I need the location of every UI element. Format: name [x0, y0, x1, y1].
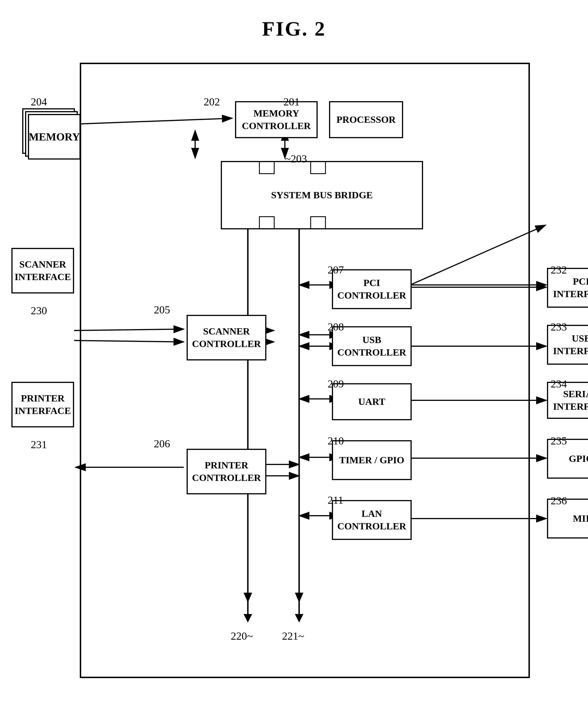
printer-interface-label: PRINTERINTERFACE: [15, 392, 71, 417]
label-233: 233: [551, 320, 567, 333]
scanner-controller-block: SCANNERCONTROLLER: [187, 315, 266, 360]
scanner-interface-label: SCANNERINTERFACE: [15, 258, 71, 283]
printer-controller-label: PRINTERCONTROLLER: [192, 459, 261, 484]
pci-interface-label: PCIINTERFACE: [553, 275, 588, 300]
label-205: 205: [154, 303, 170, 316]
processor-label: PROCESSOR: [336, 113, 396, 126]
pci-controller-block: PCICONTROLLER: [332, 269, 412, 309]
label-202: 202: [204, 96, 220, 108]
label-231: 231: [31, 438, 47, 451]
label-232: 232: [551, 263, 567, 276]
uart-block: UART: [332, 383, 412, 420]
timer-gpio-block: TIMER / GPIO: [332, 440, 412, 480]
label-230: 230: [31, 304, 47, 317]
label-206: 206: [154, 437, 170, 450]
usb-controller-label: USBCONTROLLER: [337, 334, 406, 359]
system-bus-bridge-label: SYSTEM BUS BRIDGE: [271, 189, 373, 202]
label-203: ~203: [285, 152, 307, 165]
scanner-controller-label: SCANNERCONTROLLER: [192, 325, 261, 350]
label-208: 208: [328, 320, 344, 333]
gpio-label: GPIO: [569, 452, 588, 465]
label-204: 204: [31, 96, 47, 108]
label-234: 234: [551, 378, 567, 390]
system-bus-bridge-block: SYSTEM BUS BRIDGE: [221, 161, 423, 229]
mii-label: MII: [573, 512, 588, 525]
label-207: 207: [328, 263, 344, 276]
figure-title: FIG. 2: [262, 17, 326, 41]
label-236: 236: [551, 494, 567, 507]
label-221: 221~: [282, 630, 304, 642]
label-209: 209: [328, 378, 344, 390]
uart-label: UART: [358, 396, 385, 408]
bridge-port-bl: [259, 216, 275, 229]
memory-ext-stack: MEMORY: [22, 108, 79, 157]
timer-gpio-label: TIMER / GPIO: [339, 454, 404, 466]
memory-controller-block: MEMORYCONTROLLER: [235, 101, 318, 138]
memory-controller-label: MEMORYCONTROLLER: [242, 107, 311, 132]
memory-label: MEMORY: [28, 114, 81, 160]
processor-block: PROCESSOR: [329, 101, 403, 138]
bridge-port-br: [310, 216, 326, 229]
printer-interface-block: PRINTERINTERFACE: [12, 382, 74, 427]
pci-controller-label: PCICONTROLLER: [337, 277, 406, 302]
bridge-port-tr: [310, 161, 326, 174]
printer-controller-block: PRINTERCONTROLLER: [187, 449, 266, 494]
serial-interface-label: SERIALINTERFACE: [553, 388, 588, 413]
lan-controller-label: LANCONTROLLER: [337, 507, 406, 532]
bridge-port-tl: [259, 161, 275, 174]
label-211: 211: [328, 494, 343, 506]
usb-interface-label: USBINTERFACE: [553, 332, 588, 357]
label-235: 235: [551, 435, 567, 447]
scanner-interface-block: SCANNERINTERFACE: [12, 248, 74, 294]
usb-controller-block: USBCONTROLLER: [332, 326, 412, 366]
label-220: 220~: [231, 630, 253, 642]
label-201: 201: [284, 96, 300, 108]
label-210: 210: [328, 435, 344, 447]
lan-controller-block: LANCONTROLLER: [332, 500, 412, 540]
